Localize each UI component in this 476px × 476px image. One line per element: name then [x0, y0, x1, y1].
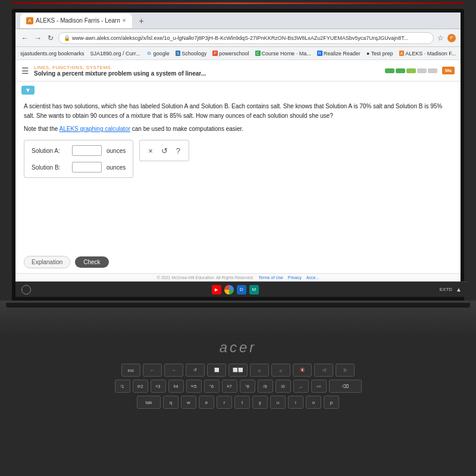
key-vol-down[interactable]: ◁ — [314, 364, 333, 377]
aleks-content: ☰ LINES, FUNCTIONS, SYSTEMS Solving a pe… — [15, 60, 461, 281]
key-refresh[interactable]: ↺ — [186, 364, 205, 377]
new-tab-button[interactable]: + — [136, 15, 148, 27]
hamburger-menu-icon[interactable]: ☰ — [21, 66, 29, 76]
key-w[interactable]: w — [181, 396, 196, 409]
key-5[interactable]: %5 — [186, 380, 202, 393]
key-t[interactable]: t — [234, 396, 250, 409]
key-mute[interactable]: 🔇 — [293, 364, 312, 377]
solution-b-input[interactable] — [72, 162, 102, 173]
bookmark-testprep[interactable]: ● Test prep — [367, 51, 393, 57]
key-i[interactable]: i — [288, 396, 303, 409]
progress-seg-2 — [396, 68, 405, 73]
bookmark-powerschool[interactable]: P powerschool — [212, 51, 249, 57]
key-3[interactable]: #3 — [151, 380, 166, 393]
dropdown-button[interactable]: ▼ — [21, 86, 35, 95]
key-r[interactable]: r — [217, 396, 232, 409]
yt-play-icon: ▶ — [215, 287, 218, 292]
bookmark-label: Schoology — [181, 51, 206, 57]
undo-button[interactable]: ↺ — [160, 145, 169, 156]
extd-label: EXTD — [440, 287, 452, 292]
key-equals[interactable]: += — [311, 380, 327, 393]
aleks-breadcrumb: LINES, FUNCTIONS, SYSTEMS — [34, 65, 206, 70]
bookmark-realize[interactable]: R Realize Reader — [317, 51, 361, 57]
key-7[interactable]: &7 — [222, 380, 237, 393]
progress-seg-1 — [385, 68, 394, 73]
footer-terms-link[interactable]: Terms of Use — [259, 275, 283, 280]
aleks-footer: © 2021 McGraw-Hill Education. All Rights… — [15, 273, 461, 281]
taskbar-home-button[interactable] — [21, 285, 31, 295]
key-esc[interactable]: esc — [121, 364, 140, 377]
key-2[interactable]: @2 — [133, 380, 148, 393]
action-buttons-box: × ↺ ? — [139, 140, 189, 161]
bookmark-google[interactable]: G google — [146, 51, 170, 57]
solution-inputs-box: Solution A: ounces Solution B: ounces — [24, 140, 133, 178]
key-0[interactable]: )0 — [275, 380, 291, 393]
key-e[interactable]: e — [199, 396, 214, 409]
key-q[interactable]: q — [163, 396, 178, 409]
address-field[interactable]: 🔒 www-awn.aleks.com/alekscgi/x/lsl.exe/1… — [58, 32, 434, 44]
aleks-title: Solving a percent mixture problem using … — [34, 70, 206, 77]
key-u[interactable]: u — [270, 396, 286, 409]
key-o[interactable]: o — [306, 396, 321, 409]
calculator-link[interactable]: ALEKS graphing calculator — [60, 126, 131, 132]
key-1[interactable]: !1 — [115, 380, 130, 393]
key-brightness-down[interactable]: ☼ — [250, 364, 269, 377]
key-windows[interactable]: ⬜⬜ — [228, 364, 248, 377]
meet-icon: M — [252, 287, 256, 292]
url-text: www-awn.aleks.com/alekscgi/x/lsl.exe/1o_… — [72, 35, 408, 41]
key-vol-up[interactable]: ▷ — [336, 364, 355, 377]
check-button[interactable]: Check — [75, 256, 108, 268]
key-6[interactable]: ^6 — [204, 380, 220, 393]
back-button[interactable]: ← — [20, 33, 30, 43]
youtube-taskbar-icon[interactable]: ▶ — [212, 285, 221, 295]
profile-avatar[interactable]: P — [447, 34, 456, 42]
realize-icon: R — [317, 51, 322, 56]
bookmark-aleks[interactable]: A ALEKS · Madison F... — [399, 51, 456, 57]
key-back[interactable]: ← — [143, 364, 162, 377]
help-button[interactable]: ? — [175, 145, 181, 156]
key-9[interactable]: (9 — [258, 380, 273, 393]
profile-initial: P — [450, 35, 453, 40]
bookmarks-bar: sjastudents.org bookmarks SJA1890.org / … — [15, 47, 461, 60]
bookmark-star-icon[interactable]: ☆ — [437, 34, 444, 42]
bookmark-sjastudents[interactable]: sjastudents.org bookmarks — [20, 51, 84, 57]
key-fullscreen[interactable]: ⬜ — [207, 364, 226, 377]
key-p[interactable]: p — [324, 396, 339, 409]
screen-bezel: A ALEKS - Madison Farris - Learn × + ← →… — [12, 9, 464, 300]
key-tab[interactable]: tab — [137, 396, 161, 409]
active-tab[interactable]: A ALEKS - Madison Farris - Learn × — [20, 14, 132, 28]
meet-taskbar-icon[interactable]: M — [249, 285, 259, 295]
key-brightness-up[interactable]: ☼ — [271, 364, 290, 377]
footer-privacy-link[interactable]: Privacy — [288, 275, 302, 280]
bookmark-label: ALEKS · Madison F... — [405, 51, 456, 57]
key-8[interactable]: *8 — [240, 380, 255, 393]
bookmark-coursehome[interactable]: C Course Home · Ma... — [255, 51, 311, 57]
footer-access-link[interactable]: Acce... — [306, 275, 319, 280]
dropdown-row: ▼ — [15, 82, 461, 97]
drive-taskbar-icon[interactable]: D — [237, 285, 246, 295]
clear-button[interactable]: × — [147, 145, 154, 156]
google-taskbar-icon[interactable] — [224, 285, 234, 295]
lock-icon: 🔒 — [64, 35, 70, 41]
drive-icon: D — [240, 287, 243, 292]
bookmark-sja1890[interactable]: SJA1890.org / Curr... — [90, 51, 140, 57]
solution-a-row: Solution A: ounces — [32, 145, 126, 156]
bookmark-schoology[interactable]: S Schoology — [176, 51, 207, 57]
acer-logo: acer — [220, 339, 257, 356]
key-backspace[interactable]: ⌫ — [329, 380, 362, 393]
tab-close-button[interactable]: × — [123, 17, 126, 24]
key-fwd[interactable]: → — [164, 364, 183, 377]
solution-a-input[interactable] — [72, 145, 102, 156]
key-y[interactable]: y — [252, 396, 268, 409]
aleks-user-label: Ma — [442, 67, 455, 74]
explanation-button[interactable]: Explanation — [24, 256, 70, 268]
forward-button[interactable]: → — [33, 33, 43, 43]
keyboard-area: esc ← → ↺ ⬜ ⬜⬜ ☼ ☼ 🔇 ◁ ▷ !1 @2 #3 $4 %5 … — [0, 359, 476, 476]
progress-seg-3 — [406, 68, 416, 73]
key-4[interactable]: $4 — [168, 380, 184, 393]
key-minus[interactable]: _- — [293, 380, 309, 393]
aleks-topbar: ☰ LINES, FUNCTIONS, SYSTEMS Solving a pe… — [15, 60, 461, 82]
solution-a-unit: ounces — [107, 146, 126, 155]
taskbar-app-icons: ▶ D M — [212, 285, 259, 295]
reload-button[interactable]: ↻ — [46, 33, 55, 43]
